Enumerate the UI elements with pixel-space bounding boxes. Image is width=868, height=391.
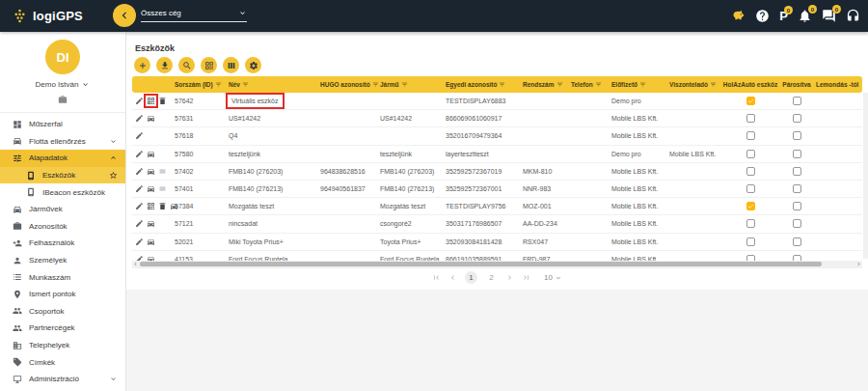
- table-row[interactable]: 57402FMB140 (276203)964838628516FMB140 (…: [132, 163, 862, 181]
- scrollbar-thumb[interactable]: [140, 262, 822, 266]
- columns-button[interactable]: [223, 57, 239, 73]
- sidebar-item-eszkozok[interactable]: Eszközök: [0, 167, 125, 184]
- table-row[interactable]: 57642Virtuális eszközTESTDISPLAY6883Demo…: [132, 93, 862, 110]
- export-button[interactable]: [156, 57, 173, 73]
- row-action-pencil[interactable]: [135, 114, 144, 123]
- row-action-car[interactable]: [147, 114, 155, 123]
- prev-page-button[interactable]: [448, 273, 457, 282]
- column-header-hugo[interactable]: HUGO azonosító: [318, 81, 378, 88]
- company-icon[interactable]: [58, 95, 68, 104]
- checkbox-parositva[interactable]: [793, 97, 801, 105]
- row-action-car[interactable]: [147, 219, 155, 228]
- checkbox-parositva[interactable]: [793, 167, 801, 176]
- row-action-pencil[interactable]: [135, 131, 144, 140]
- sidebar-item-felhasznalok[interactable]: Felhasználók: [0, 235, 125, 252]
- table-row[interactable]: 57580teszteljünkteszteljünklayerteszttes…: [132, 146, 862, 163]
- row-action-pencil[interactable]: [135, 150, 144, 158]
- sidebar-item-muszerfal[interactable]: Műszerfal: [0, 116, 125, 133]
- checkbox-parositva[interactable]: [793, 150, 801, 158]
- table-row[interactable]: 52021Miki Toyota Prius+Toyota Prius+3520…: [132, 234, 862, 251]
- page-button-2[interactable]: 2: [485, 271, 498, 284]
- checkbox-holazauto[interactable]: [746, 150, 755, 158]
- row-action-qr[interactable]: [147, 202, 155, 210]
- checkbox-holazauto[interactable]: [746, 131, 755, 140]
- search-button[interactable]: [178, 57, 195, 73]
- sidebar-item-jarmuvek[interactable]: Járművek: [0, 201, 125, 218]
- scroll-left-icon[interactable]: [132, 261, 139, 267]
- column-header-nev[interactable]: Név: [227, 81, 318, 88]
- sidebar-item-cimkek[interactable]: Címkék: [0, 353, 125, 371]
- row-action-pencil[interactable]: [135, 167, 144, 176]
- checkbox-parositva[interactable]: [793, 184, 801, 193]
- row-action-car[interactable]: [147, 167, 155, 176]
- notifications-button[interactable]: 0: [798, 9, 812, 23]
- add-button[interactable]: [134, 57, 150, 73]
- row-action-pencil[interactable]: [135, 97, 144, 105]
- checkbox-parositva[interactable]: [793, 114, 801, 123]
- sidebar-item-csoportok[interactable]: Csoportok: [0, 303, 125, 321]
- checkbox-holazauto[interactable]: [746, 184, 755, 193]
- row-action-pencil[interactable]: [135, 202, 144, 210]
- support-button[interactable]: [846, 9, 860, 23]
- column-header-telefon[interactable]: Telefon: [569, 81, 610, 88]
- checkbox-holazauto[interactable]: [746, 219, 755, 228]
- checkbox-holazauto[interactable]: [746, 114, 755, 123]
- column-header-elofizeto[interactable]: Előfizető: [610, 81, 667, 88]
- table-row[interactable]: 57631US#14242US#14242866069061060917Mobi…: [132, 110, 862, 127]
- row-action-qr[interactable]: [147, 97, 155, 105]
- next-page-button[interactable]: [505, 273, 514, 282]
- piggy-bank-button[interactable]: [731, 9, 746, 23]
- column-header-viszontelado[interactable]: Viszonteladó: [667, 81, 721, 88]
- column-header-sorszam[interactable]: Sorszám (ID): [173, 81, 227, 88]
- column-header-egyedi[interactable]: Egyedi azonosító: [444, 81, 521, 88]
- table-row[interactable]: 57618Q4352016709479364Mobile LBS Kft.: [132, 127, 862, 145]
- sidebar-item-ibeacon-eszkozok[interactable]: IBeacon eszközök: [0, 183, 125, 201]
- horizontal-scrollbar[interactable]: [132, 261, 862, 267]
- help-button[interactable]: [755, 9, 770, 23]
- settings-button[interactable]: [245, 57, 261, 73]
- last-page-button[interactable]: [522, 273, 530, 282]
- qr-button[interactable]: [201, 57, 217, 73]
- table-row[interactable]: 57384Mozgatás tesztMozgatás tesztTESTDIS…: [132, 198, 862, 215]
- sidebar-item-ismert-pontok[interactable]: Ismert pontok: [0, 286, 125, 303]
- row-action-pencil[interactable]: [135, 184, 144, 193]
- row-action-car[interactable]: [147, 184, 155, 193]
- row-action-pencil[interactable]: [135, 219, 144, 228]
- messages-button[interactable]: 0: [822, 9, 836, 23]
- sidebar-item-azonositok[interactable]: Azonosítók: [0, 218, 125, 236]
- checkbox-holazauto[interactable]: [746, 237, 755, 246]
- checkbox-holazauto[interactable]: [746, 167, 755, 176]
- sidebar-item-telephelyek[interactable]: Telephelyek: [0, 337, 125, 354]
- checkbox-holazauto[interactable]: [746, 202, 755, 210]
- sidebar-item-flotta-ellenorzes[interactable]: Flotta ellenőrzés: [0, 133, 125, 151]
- company-select[interactable]: Összes cég: [141, 9, 247, 22]
- sidebar-item-partnercegek[interactable]: Partnercégek: [0, 320, 125, 337]
- collapse-sidebar-button[interactable]: [113, 4, 136, 27]
- scroll-right-icon[interactable]: [855, 261, 862, 267]
- checkbox-holazauto[interactable]: [746, 97, 755, 105]
- column-header-rendszam[interactable]: Rendszám: [521, 81, 569, 88]
- sidebar-item-adminisztracio[interactable]: Adminisztráció: [0, 371, 125, 388]
- row-action-car[interactable]: [147, 150, 155, 158]
- row-action-car[interactable]: [147, 237, 155, 246]
- sidebar-item-munkaszam[interactable]: Munkaszám: [0, 268, 125, 286]
- row-action-trash[interactable]: [158, 97, 167, 105]
- checkbox-parositva[interactable]: [793, 202, 801, 210]
- vertical-scrollbar[interactable]: [863, 93, 868, 259]
- parking-button[interactable]: P0: [779, 10, 788, 22]
- checkbox-parositva[interactable]: [793, 131, 801, 140]
- column-header-jarmu[interactable]: Jármű: [378, 81, 444, 88]
- user-menu[interactable]: Demo István: [0, 80, 125, 89]
- first-page-button[interactable]: [432, 273, 441, 282]
- checkbox-parositva[interactable]: [793, 237, 801, 246]
- sidebar-item-alapadatok[interactable]: Alapadatok: [0, 150, 125, 167]
- row-action-trash[interactable]: [158, 202, 167, 210]
- sidebar-item-szemelyek[interactable]: Személyek: [0, 252, 125, 269]
- checkbox-parositva[interactable]: [793, 219, 801, 228]
- page-button-1[interactable]: 1: [465, 271, 477, 284]
- avatar[interactable]: DI: [45, 40, 80, 74]
- table-row[interactable]: 57121nincsadatcsongoré2350317176986507AA…: [132, 215, 862, 233]
- table-row[interactable]: 57401FMB140 (276213)964940561837FMB140 (…: [132, 181, 862, 198]
- page-size-select[interactable]: 10: [544, 273, 562, 282]
- row-action-pencil[interactable]: [135, 237, 144, 246]
